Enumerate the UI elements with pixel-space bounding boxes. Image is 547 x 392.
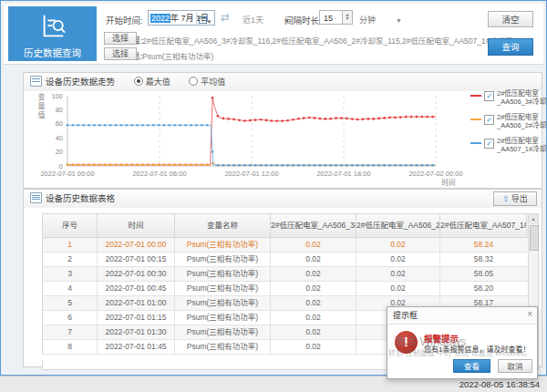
range-preset-value: 近1天: [243, 15, 263, 25]
calendar-icon: [199, 15, 207, 24]
col-header-variable[interactable]: 变量名称: [175, 214, 271, 237]
chart-icon: [30, 76, 42, 87]
radio-max-label: 最大值: [146, 77, 170, 87]
history-query-icon: [37, 13, 68, 40]
table-row[interactable]: 42022-07-01 00:45Psum(三相有功功率)0.020.0258.…: [43, 282, 528, 296]
view-button[interactable]: 查看: [453, 359, 490, 373]
series-color-swatch: [470, 95, 481, 97]
table-icon: [30, 192, 42, 203]
clear-button[interactable]: 清空: [488, 11, 533, 27]
start-date-input[interactable]: 2022年 7月 1日 ▼: [148, 10, 215, 26]
interval-stepper[interactable]: ▲▼: [343, 10, 353, 25]
table-row[interactable]: 22022-07-01 00:15Psum(三相有功功率)0.020.0258.…: [43, 253, 528, 267]
series-checkbox[interactable]: [484, 139, 494, 149]
svg-text:100: 100: [51, 92, 63, 100]
legend-label: 2#低压配电室: [497, 89, 539, 98]
variable-select-button[interactable]: 选择: [104, 47, 137, 60]
trend-chart[interactable]: 2022-07-01 00:002022-07-01 06:002022-07-…: [26, 91, 470, 186]
variable-text: Psum(三相有功功率): [142, 50, 213, 61]
svg-text:2022-07-01 12:00: 2022-07-01 12:00: [224, 170, 278, 178]
col-header-device2[interactable]: 2#低压配电室_AA506_2#冷却泵...: [356, 214, 440, 237]
legend-label: 2#低压配电室: [497, 113, 539, 121]
svg-text:2022-07-01 18:00: 2022-07-01 18:00: [316, 170, 370, 178]
svg-text:60: 60: [56, 119, 63, 128]
query-button[interactable]: 查询: [488, 38, 533, 56]
radio-avg-value[interactable]: [189, 77, 198, 86]
col-header-time[interactable]: 时间: [98, 214, 175, 237]
series-checkbox[interactable]: [484, 115, 494, 125]
module-tile: 历史数据查询: [8, 6, 97, 61]
alarm-badge-icon: !: [395, 331, 418, 354]
alert-message: 您有1条报警信息，请及时查看！: [424, 344, 530, 354]
close-icon[interactable]: ×: [527, 309, 532, 319]
col-header-device3[interactable]: 2#低压配电室_AA507_1#冷却泵...: [440, 214, 527, 237]
series-checkbox[interactable]: [484, 91, 494, 101]
device-select-button[interactable]: 选择: [104, 32, 137, 45]
calendar-dropdown[interactable]: ▼: [196, 12, 213, 26]
alert-title: 报警提示: [424, 332, 459, 345]
svg-text:2022-07-02 00:00: 2022-07-02 00:00: [408, 170, 462, 178]
date-year-selected: 2022: [150, 14, 170, 23]
radio-avg-label: 平均值: [201, 77, 225, 87]
series-color-swatch: [470, 119, 481, 120]
swap-arrows-icon: ⇄: [221, 11, 230, 24]
interval-unit-dropdown[interactable]: 分钟▼: [359, 14, 402, 26]
chevron-down-icon: ▼: [207, 19, 212, 25]
legend-item: 2#低压配电室_AA506_2#冷却泵: [470, 113, 540, 130]
svg-text:时间: 时间: [442, 178, 456, 186]
status-timestamp: 2022-08-05 16:38:54: [459, 379, 540, 389]
alert-dialog: 提示框 × ! 报警提示 您有1条报警信息，请及时查看！ 查看 取消: [387, 306, 538, 379]
chevron-down-icon: ▼: [396, 17, 402, 24]
table-header-row: 序号 时间 变量名称 2#低压配电室_AA506_3#冷却泵... 2#低压配电…: [43, 214, 528, 238]
table-row[interactable]: 12022-07-01 00:00Psum(三相有功功率)0.020.0258.…: [43, 238, 528, 253]
chart-legend: 2#低压配电室_AA506_3#冷却泵 2#低压配电室_AA506_2#冷却泵 …: [470, 89, 540, 160]
legend-item: 2#低压配电室_AA507_1#冷却泵: [470, 137, 540, 154]
export-button[interactable]: ⇧导出: [493, 191, 537, 206]
radio-max-value[interactable]: [134, 77, 143, 86]
trend-chart-header: 设备历史数据走势 最大值 平均值: [24, 73, 542, 91]
cancel-button[interactable]: 取消: [498, 359, 532, 373]
legend-item: 2#低压配电室_AA506_3#冷却泵: [470, 89, 540, 107]
table-row[interactable]: 32022-07-01 00:30Psum(三相有功功率)0.020.0258.…: [43, 267, 528, 282]
interval-unit-value: 分钟: [359, 15, 376, 25]
col-header-index[interactable]: 序号: [43, 214, 98, 237]
col-header-device1[interactable]: 2#低压配电室_AA506_3#冷却泵...: [271, 214, 356, 237]
export-up-icon: ⇧: [502, 194, 510, 203]
series-color-swatch: [470, 142, 481, 144]
svg-text:20: 20: [56, 148, 63, 156]
data-table-title: 设备历史数据表格: [46, 193, 115, 203]
query-form-panel: 历史数据查询 开始时间: 2022年 7月 1日 ▼ ⇄ 近1天▼ 间隔时长 :…: [4, 4, 543, 65]
trend-chart-panel: 设备历史数据走势 最大值 平均值 变量值 2022-07-01 00:00202…: [23, 72, 542, 189]
scroll-up-icon[interactable]: ▲: [529, 214, 538, 224]
devices-text: 2#低压配电室_AA506_3#冷却泵_116,2#低压配电室_AA506_2#…: [142, 35, 530, 46]
svg-text:2022-07-01 00:00: 2022-07-01 00:00: [40, 170, 94, 178]
svg-text:0: 0: [59, 162, 63, 170]
svg-text:80: 80: [56, 106, 63, 114]
scrollbar-thumb[interactable]: [530, 225, 539, 251]
data-table-header: 设备历史数据表格 ⇧导出: [24, 190, 542, 208]
interval-input[interactable]: 15: [319, 10, 343, 25]
range-preset-dropdown[interactable]: 近1天▼: [243, 14, 290, 26]
start-time-label: 开始时间:: [106, 14, 143, 26]
legend-label: 2#低压配电室: [497, 137, 539, 145]
svg-text:40: 40: [56, 134, 63, 142]
page-title: 历史数据查询: [8, 46, 97, 59]
svg-text:2022-07-01 06:00: 2022-07-01 06:00: [132, 170, 186, 178]
trend-chart-title: 设备历史数据走势: [46, 77, 115, 87]
interval-label: 间隔时长 :: [284, 14, 324, 26]
alert-dialog-title: 提示框: [387, 307, 537, 325]
